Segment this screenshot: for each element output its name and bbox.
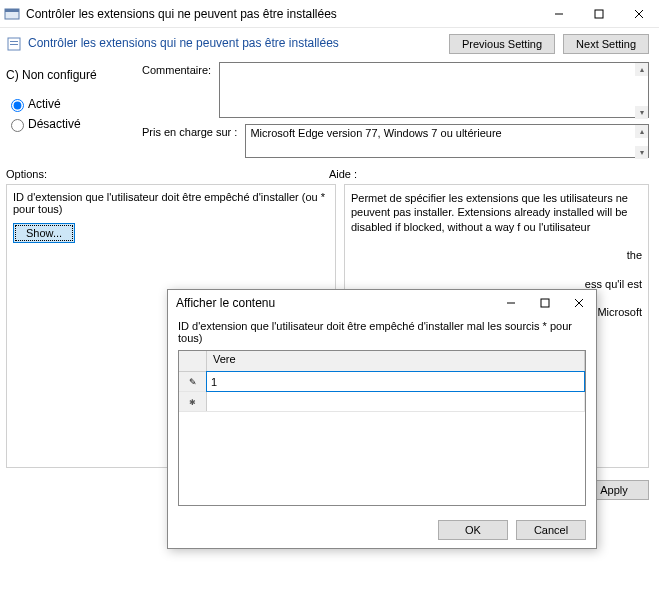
scroll-down-icon[interactable]: ▾ <box>635 106 648 119</box>
minimize-button[interactable] <box>539 0 579 28</box>
scroll-down-icon[interactable]: ▾ <box>635 146 648 159</box>
radio-not-configured[interactable]: C) Non configuré <box>6 68 136 82</box>
policy-icon <box>6 36 22 52</box>
modal-title: Afficher le contenu <box>172 296 494 310</box>
app-icon <box>4 6 20 22</box>
main-titlebar: Contrôler les extensions qui ne peuvent … <box>0 0 659 28</box>
help-text-3: the <box>627 248 642 262</box>
window-title: Contrôler les extensions qui ne peuvent … <box>26 7 539 21</box>
grid-corner <box>179 351 207 371</box>
modal-ok-button[interactable]: OK <box>438 520 508 540</box>
radio-disabled-label: Désactivé <box>28 117 81 131</box>
modal-minimize-button[interactable] <box>494 290 528 316</box>
modal-titlebar: Afficher le contenu <box>168 290 596 316</box>
modal-footer: OK Cancel <box>168 512 596 548</box>
svg-rect-8 <box>10 44 18 45</box>
grid-cell-input[interactable] <box>207 372 584 391</box>
svg-rect-1 <box>5 9 19 12</box>
radio-enabled[interactable]: Activé <box>6 96 136 112</box>
grid-row-edit[interactable] <box>179 372 585 392</box>
new-row-indicator <box>179 392 207 411</box>
edit-row-indicator <box>179 372 207 391</box>
modal-maximize-button[interactable] <box>528 290 562 316</box>
modal-description: ID d'extension que l'utilisateur doit êt… <box>178 320 586 344</box>
subheader: Contrôler les extensions qui ne peuvent … <box>0 28 659 58</box>
options-description: ID d'extension que l'utilisateur doit êt… <box>13 191 329 215</box>
radio-not-configured-label: C) Non configuré <box>6 68 97 82</box>
grid-column-header[interactable]: Vere <box>207 351 585 371</box>
close-button[interactable] <box>619 0 659 28</box>
grid-cell-empty[interactable] <box>207 392 585 411</box>
value-grid[interactable]: Vere <box>178 350 586 506</box>
comment-label: Commentaire: <box>142 62 219 76</box>
svg-rect-3 <box>595 10 603 18</box>
scroll-up-icon[interactable]: ▴ <box>635 125 648 138</box>
radio-enabled-input[interactable] <box>11 99 24 112</box>
grid-row-new[interactable] <box>179 392 585 412</box>
help-text-5: Microsoft <box>597 305 642 319</box>
radio-disabled-input[interactable] <box>11 119 24 132</box>
modal-close-button[interactable] <box>562 290 596 316</box>
options-label: Options: <box>6 168 47 180</box>
policy-title: Contrôler les extensions qui ne peuvent … <box>28 34 441 50</box>
svg-rect-10 <box>541 299 549 307</box>
help-text-2: ou l'utilisateur <box>523 221 590 233</box>
show-contents-dialog: Afficher le contenu ID d'extension que l… <box>167 289 597 549</box>
new-row-icon <box>189 396 196 407</box>
pencil-icon <box>189 376 197 387</box>
state-radio-group: C) Non configuré Activé Désactivé <box>6 58 136 164</box>
previous-setting-button[interactable]: Previous Setting <box>449 34 555 54</box>
show-button[interactable]: Show... <box>13 223 75 243</box>
radio-disabled[interactable]: Désactivé <box>6 116 136 132</box>
svg-rect-7 <box>10 41 18 42</box>
comment-textarea[interactable] <box>219 62 649 118</box>
next-setting-button[interactable]: Next Setting <box>563 34 649 54</box>
radio-enabled-label: Activé <box>28 97 61 111</box>
supported-label: Pris en charge sur : <box>142 124 245 138</box>
help-label: Aide : <box>329 168 357 180</box>
grid-cell-input-wrap[interactable] <box>207 372 585 391</box>
supported-textarea: Microsoft Edge version 77, Windows 7 ou … <box>245 124 649 158</box>
maximize-button[interactable] <box>579 0 619 28</box>
scroll-up-icon[interactable]: ▴ <box>635 63 648 76</box>
modal-cancel-button[interactable]: Cancel <box>516 520 586 540</box>
